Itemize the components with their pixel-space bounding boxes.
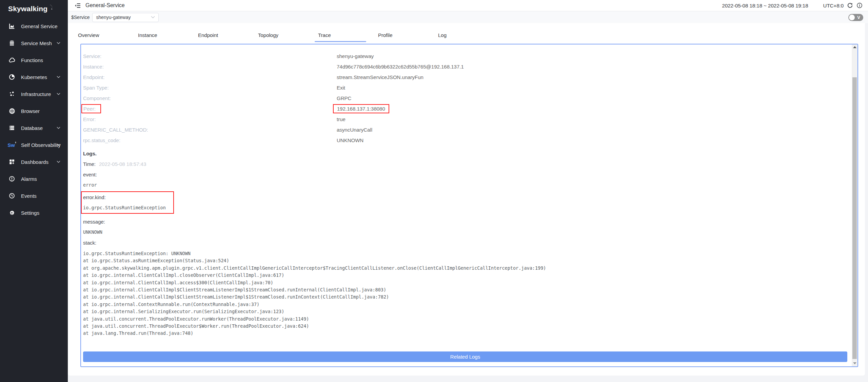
sidebar-item-service-mesh[interactable]: Service Mesh [0, 35, 68, 52]
sidebar-item-functions[interactable]: Functions [0, 52, 68, 69]
dots-cluster-icon [8, 91, 15, 97]
field-value: GRPC [337, 95, 351, 101]
stack-trace-line: at io.grpc.internal.ClientCallImpl.close… [83, 272, 849, 279]
tab-overview[interactable]: Overview [78, 25, 138, 45]
timezone-label: UTC+8:0 [823, 3, 844, 8]
sidebar-collapse-icon[interactable] [75, 3, 81, 8]
service-toolbar: $Service shenyu-gateway V [68, 12, 868, 23]
stack-trace: io.grpc.StatusRuntimeException: UNKNOWN … [83, 250, 849, 337]
field-label: rpc.status_code: [83, 137, 337, 143]
tab-profile[interactable]: Profile [378, 25, 438, 45]
field-row: Component:GRPC [83, 93, 849, 103]
gear-icon [8, 209, 15, 216]
time-range-picker[interactable]: 2022-05-08 18:18 ~ 2022-05-08 19:18 [722, 3, 808, 8]
panel-scrollbar[interactable] [852, 44, 857, 366]
sidebar-item-label: Dashboards [21, 159, 48, 165]
field-value: true [337, 116, 346, 122]
sidebar: Skywalking General Service Service Mesh … [0, 0, 68, 382]
highlight-box-error-kind: error.kind: io.grpc.StatusRuntimeExcepti… [81, 191, 174, 214]
field-label: Service: [83, 53, 337, 59]
field-value: 192.168.137.1:38080 [337, 104, 389, 113]
sidebar-item-label: Infrastructure [21, 91, 51, 97]
bar-chart-icon [8, 23, 15, 30]
tab-instance[interactable]: Instance [138, 25, 198, 45]
stack-trace-line: at org.apache.skywalking.apm.plugin.grpc… [83, 265, 849, 272]
service-selector-label: $Service [71, 15, 90, 20]
dashboard-grid-plus-icon [8, 158, 15, 165]
field-row: Instance:74d96c778c694c6b9b6322c62d55b76… [83, 61, 849, 72]
sidebar-item-self-observability[interactable]: Sw Self Observability [0, 136, 68, 153]
logs-heading: Logs. [83, 148, 849, 159]
sidebar-item-kubernetes[interactable]: Kubernetes [0, 69, 68, 85]
sidebar-item-browser[interactable]: Browser [0, 102, 68, 119]
stack-trace-line: at java.lang.Thread.run(Thread.java:748) [83, 330, 849, 337]
log-stack-key: stack: [83, 237, 849, 248]
highlight-box-peer-value: 192.168.137.1:38080 [333, 104, 389, 113]
service-select[interactable]: shenyu-gateway [92, 13, 159, 22]
log-time-label: Time: [83, 161, 96, 167]
clock-icon [8, 192, 15, 199]
stack-trace-line: at io.grpc.internal.ClientCallImpl$Clien… [83, 293, 849, 301]
log-tag-value: io.grpc.StatusRuntimeException [83, 203, 166, 213]
sidebar-item-label: Kubernetes [21, 74, 47, 80]
refresh-icon[interactable] [847, 2, 853, 8]
app-logo-text: Skywalking [8, 5, 47, 13]
chevron-down-icon [151, 16, 155, 19]
sidebar-item-label: Alarms [21, 176, 37, 182]
sidebar-item-dashboards[interactable]: Dashboards [0, 153, 68, 170]
highlight-box-peer-label: Peer: [81, 104, 101, 113]
sidebar-item-events[interactable]: Events [0, 187, 68, 204]
version-toggle[interactable]: V [848, 14, 863, 21]
sidebar-item-alarms[interactable]: Alarms [0, 170, 68, 187]
field-row: GENERIC_CALL_METHOD:asyncUnaryCall [83, 125, 849, 135]
log-time-value: 2022-05-08 18:57:43 [99, 161, 146, 167]
field-row: Error:true [83, 114, 849, 125]
log-tag-key: event: [83, 169, 849, 180]
chevron-down-icon [57, 127, 60, 129]
sidebar-item-label: Service Mesh [21, 40, 52, 46]
field-value: Exit [337, 85, 345, 91]
tab-topology[interactable]: Topology [258, 25, 318, 45]
sidebar-item-settings[interactable]: Settings [0, 204, 68, 221]
crescent-moon-icon [48, 4, 53, 10]
app-logo: Skywalking [0, 0, 68, 18]
scrollbar-thumb[interactable] [852, 77, 857, 359]
globe-icon [8, 108, 15, 114]
toggle-knob [849, 15, 855, 20]
page-title: General-Service [85, 2, 125, 8]
field-label: Endpoint: [83, 74, 337, 80]
tab-endpoint[interactable]: Endpoint [198, 25, 258, 45]
sidebar-item-label: Self Observability [21, 142, 61, 148]
field-value: 74d96c778c694c6b9b6322c62d55b765@192.168… [337, 64, 464, 70]
chevron-down-icon [57, 161, 60, 163]
tab-trace[interactable]: Trace [318, 25, 378, 45]
field-value: UNKNOWN [337, 137, 363, 143]
field-row: Service:shenyu-gateway [83, 51, 849, 61]
sidebar-item-general-service[interactable]: General Service [0, 18, 68, 35]
stack-trace-line: at io.grpc.internal.ContextRunnable.run(… [83, 301, 849, 308]
field-label: Peer: [83, 104, 337, 113]
sidebar-item-infrastructure[interactable]: Infrastructure [0, 85, 68, 102]
scroll-up-arrow-icon[interactable] [853, 46, 856, 48]
main-content-card: Overview Instance Endpoint Topology Trac… [68, 23, 865, 376]
stack-trace-line: at io.grpc.internal.SerializingExecutor.… [83, 308, 849, 315]
pie-circle-icon [8, 74, 15, 80]
tab-log[interactable]: Log [438, 25, 498, 45]
chevron-down-icon [57, 144, 60, 146]
info-icon[interactable] [856, 2, 863, 8]
service-select-value: shenyu-gateway [96, 15, 131, 20]
log-tag-value: error [83, 180, 849, 190]
field-value: stream.StreamServiceJSON.unaryFun [337, 74, 423, 80]
scroll-down-arrow-icon[interactable] [853, 362, 856, 364]
field-row: Endpoint:stream.StreamServiceJSON.unaryF… [83, 72, 849, 82]
tab-bar: Overview Instance Endpoint Topology Trac… [78, 25, 498, 45]
related-logs-button[interactable]: Related Logs [83, 351, 847, 362]
toggle-label: V [857, 15, 860, 20]
sidebar-item-label: Browser [21, 108, 40, 114]
field-label: GENERIC_CALL_METHOD: [83, 127, 337, 133]
sidebar-item-database[interactable]: Database [0, 119, 68, 136]
field-label: Component: [83, 95, 337, 101]
field-row: rpc.status_code:UNKNOWN [83, 135, 849, 146]
span-detail-content: Service:shenyu-gateway Instance:74d96c77… [83, 44, 849, 362]
sidebar-item-label: General Service [21, 23, 58, 29]
